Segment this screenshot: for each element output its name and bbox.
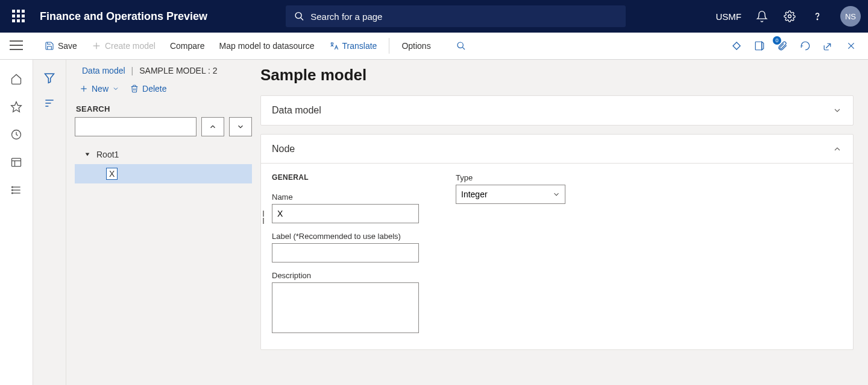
caret-expanded-icon[interactable] <box>84 151 90 158</box>
save-label: Save <box>58 41 77 51</box>
translate-button[interactable]: Translate <box>322 33 385 59</box>
svg-point-24 <box>12 192 13 194</box>
type-field[interactable]: StringIntegerRealDateEnumRecordRecord li… <box>456 185 565 204</box>
favorites-icon[interactable] <box>9 100 24 114</box>
search-page-button[interactable] <box>438 33 473 59</box>
translate-icon <box>329 41 339 51</box>
description-field-label: Description <box>272 271 420 280</box>
svg-line-1 <box>301 18 303 20</box>
global-search[interactable] <box>286 5 626 27</box>
save-icon <box>45 41 54 51</box>
data-model-card: Data model <box>260 95 854 126</box>
close-icon[interactable] <box>845 40 857 52</box>
breadcrumb: Data model | SAMPLE MODEL : 2 <box>75 66 252 75</box>
svg-line-10 <box>462 47 465 49</box>
tree-node-child[interactable]: X <box>75 164 252 183</box>
svg-point-23 <box>12 189 13 191</box>
svg-point-0 <box>295 13 301 19</box>
chevron-down-icon <box>112 85 119 92</box>
nav-collapse-icon[interactable] <box>10 40 23 51</box>
tree-node-root[interactable]: Root1 <box>75 145 252 164</box>
new-label: New <box>92 84 108 94</box>
map-model-label: Map model to datasource <box>219 41 315 51</box>
home-icon[interactable] <box>9 72 24 86</box>
data-model-card-header[interactable]: Data model <box>261 96 853 125</box>
filter-rail <box>33 60 66 385</box>
node-card: Node GENERAL Name Label (*Recommended to… <box>260 134 854 350</box>
tree-actions: New Delete <box>75 84 252 94</box>
search-label: SEARCH <box>75 104 252 113</box>
open-office-icon[interactable] <box>753 40 766 52</box>
svg-marker-31 <box>86 153 90 156</box>
chevron-down-icon <box>236 122 245 131</box>
svg-rect-16 <box>12 158 21 166</box>
map-model-button[interactable]: Map model to datasource <box>212 33 322 59</box>
recent-icon[interactable] <box>9 127 24 142</box>
general-section-label: GENERAL <box>272 173 420 182</box>
name-field-label: Name <box>272 192 420 202</box>
search-prev-button[interactable] <box>201 117 224 136</box>
svg-rect-11 <box>755 42 762 50</box>
delete-button[interactable]: Delete <box>130 84 166 94</box>
attachments-badge: 0 <box>773 36 781 45</box>
global-header: Finance and Operations Preview USMF NS <box>0 0 868 33</box>
label-field[interactable] <box>272 243 419 262</box>
attachments-icon[interactable]: 0 <box>776 40 788 52</box>
breadcrumb-separator: | <box>131 66 134 75</box>
svg-marker-25 <box>45 74 54 83</box>
tree-node-child-label: X <box>106 168 118 180</box>
description-field[interactable] <box>272 282 419 333</box>
plus-icon <box>92 41 101 51</box>
breadcrumb-current: SAMPLE MODEL : 2 <box>139 66 217 75</box>
svg-point-2 <box>788 15 791 18</box>
breadcrumb-root[interactable]: Data model <box>82 66 125 75</box>
user-avatar[interactable]: NS <box>840 6 861 27</box>
name-field[interactable] <box>272 204 419 223</box>
chevron-up-icon <box>832 144 842 154</box>
page-title: Sample model <box>260 66 854 84</box>
notifications-icon[interactable] <box>755 9 769 24</box>
modules-icon[interactable] <box>9 183 24 197</box>
popout-icon[interactable] <box>822 40 834 52</box>
global-search-input[interactable] <box>310 11 617 22</box>
filter-icon[interactable] <box>42 71 57 85</box>
options-label: Options <box>401 41 430 51</box>
svg-point-22 <box>12 186 13 188</box>
data-model-card-title: Data model <box>272 105 321 116</box>
svg-point-3 <box>817 19 817 19</box>
main-content: Sample model Data model Node GENERAL Nam… <box>260 60 868 385</box>
compare-button[interactable]: Compare <box>163 33 212 59</box>
create-model-button: Create model <box>84 33 163 59</box>
create-model-label: Create model <box>105 41 156 51</box>
chevron-down-icon <box>832 106 842 115</box>
node-card-title: Node <box>272 144 295 154</box>
settings-icon[interactable] <box>782 9 797 24</box>
search-next-button[interactable] <box>229 117 252 136</box>
delete-label: Delete <box>142 84 166 94</box>
options-button[interactable]: Options <box>394 33 438 59</box>
node-card-header[interactable]: Node <box>261 135 853 164</box>
cmdbar-divider <box>389 38 389 54</box>
app-title: Finance and Operations Preview <box>40 10 207 23</box>
sort-icon[interactable] <box>42 96 57 110</box>
save-button[interactable]: Save <box>37 33 84 59</box>
translate-label: Translate <box>342 41 377 51</box>
new-button[interactable]: New <box>80 84 119 94</box>
app-launcher-icon[interactable] <box>12 10 25 23</box>
chevron-up-icon <box>209 122 217 131</box>
search-icon <box>456 41 466 51</box>
svg-marker-14 <box>11 102 22 112</box>
workspaces-icon[interactable] <box>9 155 24 170</box>
personalize-icon[interactable] <box>731 40 743 52</box>
pane-resize-handle[interactable] <box>263 211 264 224</box>
label-field-label: Label (*Recommended to use labels) <box>272 232 420 241</box>
company-selector[interactable]: USMF <box>716 11 742 22</box>
tree-search-input[interactable] <box>75 117 197 136</box>
plus-icon <box>80 84 88 93</box>
search-icon <box>294 11 304 22</box>
help-icon[interactable] <box>810 9 825 24</box>
nav-rail <box>0 60 33 385</box>
command-bar: Save Create model Compare Map model to d… <box>0 33 868 60</box>
svg-point-9 <box>458 42 463 48</box>
refresh-icon[interactable] <box>799 40 811 52</box>
